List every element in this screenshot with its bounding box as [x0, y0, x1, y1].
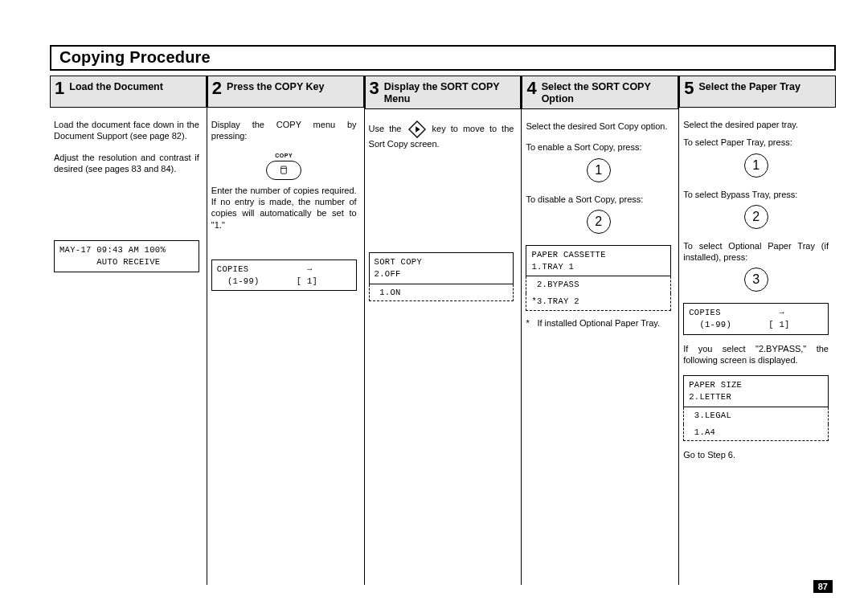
step-title: Press the COPY Key: [227, 80, 324, 93]
lcd-display: COPIES → (1-99) [ 1]: [211, 260, 357, 291]
paragraph: To select Paper Tray, press:: [683, 137, 829, 148]
svg-marker-3: [416, 126, 420, 132]
paragraph: To select Optional Paper Tray (if instal…: [683, 240, 829, 264]
step-column: 5 Select the Paper Tray Select the desir…: [679, 76, 836, 585]
lcd-display-group: PAPER SIZE 2.LETTER 3.LEGAL 1.A4: [683, 375, 829, 441]
steps-row: 1 Load the Document Load the document fa…: [50, 76, 836, 585]
svg-rect-0: [281, 166, 287, 174]
keypad-button: 2: [526, 208, 671, 240]
lcd-display: PAPER CASSETTE 1.TRAY 1: [526, 245, 671, 276]
lcd-display: SORT COPY 2.OFF: [369, 252, 514, 284]
keypad-button: 1: [526, 157, 671, 189]
section-title-box: Copying Procedure: [50, 45, 836, 71]
step-column: 4 Select the SORT COPY Option Select the…: [522, 76, 679, 585]
step-body: Select the desired paper tray. To select…: [679, 108, 836, 474]
digit-3-icon: 3: [744, 268, 768, 292]
lcd-display-group: SORT COPY 2.OFF 1.ON: [369, 252, 514, 301]
section-title: Copying Procedure: [59, 48, 826, 67]
step-body: Display the COPY menu by pressing: COPY …: [207, 108, 364, 297]
lcd-display-group: PAPER CASSETTE 1.TRAY 1 2.BYPASS *3.TRAY…: [526, 245, 671, 311]
arrow-key-icon: [408, 121, 426, 138]
lcd-display: PAPER SIZE 2.LETTER: [683, 375, 829, 407]
keypad-button: 2: [683, 203, 829, 235]
step-column: 1 Load the Document Load the document fa…: [50, 76, 207, 585]
paragraph: Select the desired paper tray.: [683, 119, 829, 130]
manual-page: Copying Procedure 1 Load the Document Lo…: [0, 0, 868, 609]
step-title: Load the Document: [69, 80, 163, 93]
copy-key-icon: COPY: [266, 152, 301, 180]
digit-2-icon: 2: [587, 210, 611, 234]
digit-1-icon: 1: [587, 158, 611, 182]
footnote: * If installed Optional Paper Tray.: [526, 317, 671, 329]
lcd-display-option: 2.BYPASS: [526, 276, 671, 293]
copy-key-graphic: COPY: [211, 152, 357, 180]
digit-2-icon: 2: [744, 205, 768, 229]
lcd-display-option: 1.A4: [683, 424, 829, 442]
paragraph: Go to Step 6.: [683, 449, 829, 460]
step-title: Select the SORT COPY Option: [542, 80, 674, 105]
paragraph: Display the COPY menu by pressing:: [211, 119, 357, 142]
paragraph: Select the desired Sort Copy option.: [526, 121, 671, 132]
step-column: 2 Press the COPY Key Display the COPY me…: [207, 76, 365, 585]
paragraph: Load the document face down in the Docum…: [54, 119, 199, 142]
paragraph: Enter the number of copies required. If …: [211, 185, 357, 231]
lcd-display: MAY-17 09:43 AM 100% AUTO RECEIVE: [54, 240, 199, 272]
paragraph: To select Bypass Tray, press:: [683, 189, 829, 200]
step-title: Select the Paper Tray: [698, 80, 800, 93]
digit-1-icon: 1: [744, 153, 768, 178]
paragraph: If you select "2.BYPASS," the following …: [683, 343, 829, 366]
step-header: 3 Display the SORT COPY Menu: [365, 76, 522, 109]
step-number: 1: [55, 80, 64, 97]
paragraph: Use the key to move to the Sort Copy scr…: [369, 121, 514, 149]
paragraph: Adjust the resolution and contrast if de…: [54, 152, 199, 175]
paragraph: To enable a Sort Copy, press:: [526, 141, 671, 153]
step-title: Display the SORT COPY Menu: [384, 80, 517, 105]
step-body: Select the desired Sort Copy option. To …: [522, 109, 678, 340]
paragraph: To disable a Sort Copy, press:: [526, 194, 671, 205]
keypad-button: 1: [683, 152, 829, 184]
step-header: 2 Press the COPY Key: [207, 76, 364, 108]
lcd-display-option: 1.ON: [369, 284, 514, 302]
keypad-button: 3: [683, 266, 829, 298]
step-body: Use the key to move to the Sort Copy scr…: [365, 109, 522, 311]
page-number: 87: [813, 580, 833, 593]
oval-button-icon: [266, 161, 301, 180]
step-column: 3 Display the SORT COPY Menu Use the key…: [365, 76, 522, 585]
step-number: 5: [684, 80, 694, 97]
step-number: 2: [212, 80, 222, 97]
lcd-display-option: *3.TRAY 2: [526, 293, 671, 311]
step-body: Load the document face down in the Docum…: [50, 108, 207, 279]
step-number: 4: [526, 80, 536, 97]
lcd-display: COPIES → (1-99) [ 1]: [683, 303, 829, 334]
lcd-display-option: 3.LEGAL: [683, 407, 829, 424]
step-number: 3: [370, 80, 379, 97]
step-header: 4 Select the SORT COPY Option: [522, 76, 678, 109]
step-header: 1 Load the Document: [50, 76, 207, 108]
step-header: 5 Select the Paper Tray: [679, 76, 836, 108]
